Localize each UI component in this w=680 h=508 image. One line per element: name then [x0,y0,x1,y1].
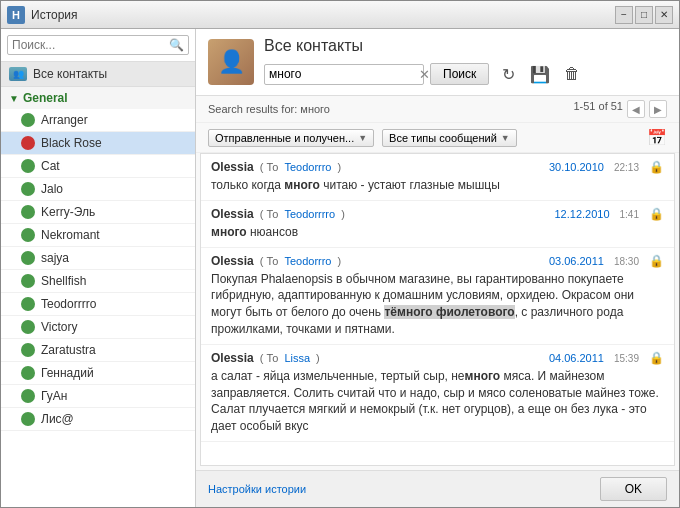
search-button[interactable]: Поиск [430,63,489,85]
contacts-container: Arranger Black Rose Cat Jalo Kerry-Эль N… [1,109,195,431]
contact-status-icon [21,182,35,196]
main-content: 🔍 👥 Все контакты ▼ General Arranger Blac… [1,29,679,507]
right-panel: 👤 Все контакты ✕ Поиск ↻ 💾 🗑 [196,29,679,507]
contact-item[interactable]: Zaratustra [1,339,195,362]
save-button[interactable]: 💾 [527,61,553,87]
sent-received-filter[interactable]: Отправленные и получен... ▼ [208,129,374,147]
contact-name: Nekromant [41,228,100,242]
contact-name: sajya [41,251,69,265]
minimize-button[interactable]: − [615,6,633,24]
contact-item[interactable]: sajya [1,247,195,270]
message-type-arrow: ▼ [501,133,510,143]
all-contacts-label: Все контакты [33,67,107,81]
next-page-button[interactable]: ▶ [649,100,667,118]
results-nav: 1-51 of 51 ◀ ▶ [573,100,667,118]
contact-item[interactable]: Kerry-Эль [1,201,195,224]
message-block: Olessia ( То Teodorrro ) 03.06.2011 18:3… [201,248,674,345]
message-block: Olessia ( То Lissa ) 04.06.2011 15:39 🔒 … [201,345,674,442]
close-button[interactable]: ✕ [655,6,673,24]
contact-name: Zaratustra [41,343,96,357]
contact-item[interactable]: Shellfish [1,270,195,293]
message-sender: Olessia [211,207,254,221]
message-type-filter[interactable]: Все типы сообщений ▼ [382,129,517,147]
sidebar-search-icon: 🔍 [169,38,184,52]
contact-name: Shellfish [41,274,86,288]
settings-link[interactable]: Настройки истории [208,483,306,495]
maximize-button[interactable]: □ [635,6,653,24]
contact-item[interactable]: Teodorrrro [1,293,195,316]
message-time: 1:41 [620,209,639,220]
all-contacts-icon: 👥 [9,67,27,81]
contact-status-icon [21,412,35,426]
contact-name: ГуАн [41,389,67,403]
contact-item[interactable]: Victory [1,316,195,339]
app-icon: H [7,6,25,24]
contact-item[interactable]: Jalo [1,178,195,201]
contact-name: Лис@ [41,412,74,426]
clear-search-button[interactable]: ✕ [419,67,430,82]
right-header: 👤 Все контакты ✕ Поиск ↻ 💾 🗑 [196,29,679,96]
refresh-button[interactable]: ↻ [495,61,521,87]
prev-page-button[interactable]: ◀ [627,100,645,118]
message-recipient[interactable]: Teodorrrro [284,208,335,220]
delete-button[interactable]: 🗑 [559,61,585,87]
message-sender: Olessia [211,160,254,174]
message-body: только когда много читаю - устают глазны… [211,177,664,194]
header-title: Все контакты [264,37,667,55]
group-header-general[interactable]: ▼ General [1,87,195,109]
all-contacts-row[interactable]: 👥 Все контакты [1,62,195,87]
contact-item[interactable]: Nekromant [1,224,195,247]
message-date[interactable]: 12.12.2010 [554,208,609,220]
sent-received-arrow: ▼ [358,133,367,143]
avatar-icon: 👤 [218,49,245,75]
results-label: Search results for: много [208,103,330,115]
results-count: 1-51 of 51 [573,100,623,118]
message-body: а салат - яйца измельченные, тертый сыр,… [211,368,664,435]
contact-name: Teodorrrro [41,297,96,311]
contact-avatar: 👤 [208,39,254,85]
message-time: 22:13 [614,162,639,173]
message-recipient[interactable]: Teodorrro [284,161,331,173]
message-date[interactable]: 30.10.2010 [549,161,604,173]
message-to: ( То [260,352,279,364]
contact-status-icon [21,274,35,288]
ok-button[interactable]: OK [600,477,667,501]
message-date[interactable]: 03.06.2011 [549,255,604,267]
sidebar-search-box: 🔍 [1,29,195,62]
main-search-wrap[interactable]: ✕ [264,64,424,85]
contact-name: Kerry-Эль [41,205,95,219]
titlebar: H История − □ ✕ [1,1,679,29]
contact-item[interactable]: Arranger [1,109,195,132]
contact-name: Jalo [41,182,63,196]
contact-name: Геннадий [41,366,94,380]
contact-status-icon [21,389,35,403]
contact-name: Black Rose [41,136,102,150]
contact-item[interactable]: Лис@ [1,408,195,431]
header-right: Все контакты ✕ Поиск ↻ 💾 🗑 [264,37,667,87]
message-recipient[interactable]: Teodorrro [284,255,331,267]
message-date[interactable]: 04.06.2011 [549,352,604,364]
sidebar-search-wrap[interactable]: 🔍 [7,35,189,55]
bottom-bar: Настройки истории OK [196,470,679,507]
contact-item[interactable]: ГуАн [1,385,195,408]
contact-name: Victory [41,320,77,334]
search-row: ✕ Поиск ↻ 💾 🗑 [264,61,667,87]
main-search-input[interactable] [269,67,419,81]
contact-name: Arranger [41,113,88,127]
contact-item[interactable]: Black Rose [1,132,195,155]
contact-status-icon [21,159,35,173]
contact-status-icon [21,366,35,380]
contact-item[interactable]: Геннадий [1,362,195,385]
calendar-button[interactable]: 📅 [647,128,667,147]
group-name: General [23,91,68,105]
sidebar: 🔍 👥 Все контакты ▼ General Arranger Blac… [1,29,196,507]
message-sender: Olessia [211,351,254,365]
sidebar-search-input[interactable] [12,38,169,52]
contact-status-icon [21,113,35,127]
message-block: Olessia ( То Teodorrro ) 30.10.2010 22:1… [201,154,674,201]
message-recipient[interactable]: Lissa [284,352,310,364]
filter-row: Отправленные и получен... ▼ Все типы соо… [196,123,679,153]
contact-item[interactable]: Cat [1,155,195,178]
message-body: много нюансов [211,224,664,241]
contact-status-icon [21,228,35,242]
